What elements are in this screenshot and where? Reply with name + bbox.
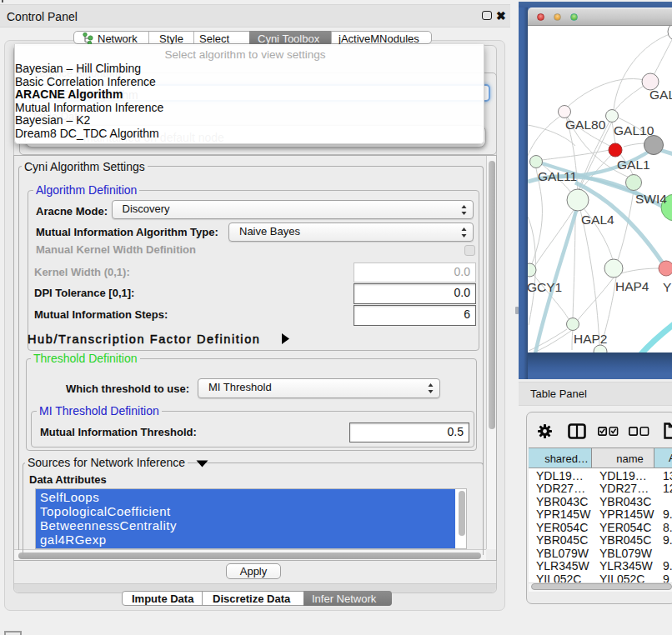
svg-text:SWI4: SWI4: [635, 192, 667, 206]
svg-text:GAL11: GAL11: [538, 169, 577, 183]
svg-text:GCY1: GCY1: [528, 280, 562, 294]
svg-text:GAL7: GAL7: [649, 88, 672, 102]
svg-text:Y: Y: [663, 280, 671, 294]
svg-text:GAL80: GAL80: [565, 118, 606, 132]
svg-text:HAP4: HAP4: [615, 279, 649, 293]
svg-text:HAP2: HAP2: [574, 332, 608, 346]
svg-text:GAL1: GAL1: [617, 158, 650, 172]
svg-text:GAL4: GAL4: [581, 212, 614, 227]
svg-text:GAL10: GAL10: [614, 123, 654, 138]
